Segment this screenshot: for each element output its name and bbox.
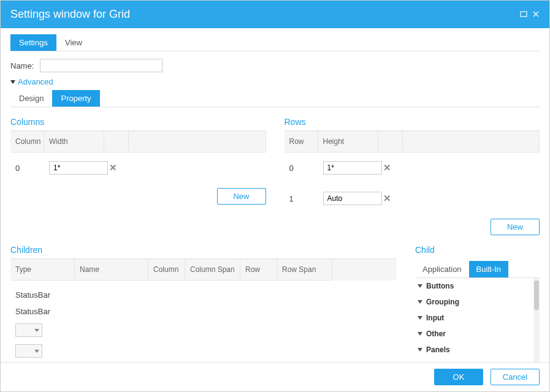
rows-row-index: 1 (285, 190, 318, 207)
child-item-input[interactable]: Input (415, 310, 540, 326)
close-icon[interactable] (532, 8, 540, 21)
ok-button[interactable]: OK (434, 369, 483, 385)
columns-rows-section: Columns Column Width 0 ✕ New (10, 115, 540, 235)
columns-header-width: Width (44, 131, 104, 153)
rows-title: Rows (285, 115, 540, 131)
svg-rect-0 (521, 12, 527, 17)
child-item-selections[interactable]: Selections (415, 358, 540, 362)
rows-panel: Rows Row Height 0 ✕ 1 ✕ (285, 115, 540, 235)
scrollbar[interactable] (533, 278, 540, 362)
rows-row: 1 ✕ (285, 183, 540, 214)
tab-application[interactable]: Application (415, 261, 469, 277)
columns-new-button[interactable]: New (217, 188, 266, 205)
children-row-column-select[interactable] (15, 323, 42, 337)
scrollbar-thumb[interactable] (534, 281, 539, 310)
rows-header: Row Height (285, 131, 540, 153)
children-row-type: StatusBar (10, 287, 75, 303)
name-input[interactable] (40, 59, 162, 72)
chevron-down-icon (418, 300, 422, 304)
children-header-column: Column (148, 259, 185, 281)
window-controls (520, 8, 540, 21)
children-header: Type Name Column Column Span Row Row Spa… (10, 259, 397, 281)
chevron-down-icon (34, 329, 39, 332)
tab-settings[interactable]: Settings (10, 34, 56, 51)
children-row: StatusBar StatusBar 1 (10, 281, 397, 362)
children-header-row: Row (240, 259, 277, 281)
columns-row-value-input[interactable] (49, 161, 108, 175)
name-row: Name: (10, 59, 540, 72)
rows-header-height: Height (318, 131, 378, 153)
tab-property[interactable]: Property (52, 90, 99, 107)
advanced-toggle[interactable]: Advanced (10, 77, 540, 86)
chevron-down-icon (418, 332, 422, 336)
columns-row: 0 ✕ (10, 153, 266, 183)
delete-row-icon[interactable]: ✕ (383, 162, 391, 173)
child-item-other[interactable]: Other (415, 326, 540, 342)
child-title: Child (415, 243, 540, 258)
children-header-colspan: Column Span (185, 259, 240, 281)
name-label: Name: (10, 61, 34, 70)
children-child-section: Children Type Name Column Column Span Ro… (10, 243, 540, 362)
children-row-colspan-select[interactable] (15, 344, 42, 358)
chevron-down-icon (418, 348, 422, 352)
chevron-down-icon (10, 80, 15, 84)
children-header-name: Name (75, 259, 148, 281)
delete-row-icon[interactable]: ✕ (383, 193, 391, 203)
child-panel: Child Application Built-In Buttons Group… (415, 243, 540, 362)
tab-builtin[interactable]: Built-In (469, 261, 508, 277)
window-body: Settings View Name: Advanced Design Prop… (1, 28, 549, 362)
top-tabs: Settings View (10, 34, 540, 51)
child-list: Buttons Grouping Input Other Panels Sele… (415, 277, 540, 362)
chevron-down-icon (34, 350, 39, 353)
child-item-panels[interactable]: Panels (415, 342, 540, 358)
delete-column-icon[interactable]: ✕ (109, 162, 117, 173)
settings-window: Settings window for Grid Settings View N… (0, 0, 550, 392)
child-item-grouping[interactable]: Grouping (415, 294, 540, 310)
children-header-type: Type (10, 259, 75, 281)
children-header-rowspan: Row Span (277, 259, 332, 281)
tab-design[interactable]: Design (10, 90, 52, 107)
advanced-label: Advanced (18, 77, 53, 86)
tab-view[interactable]: View (56, 34, 91, 51)
children-panel: Children Type Name Column Column Span Ro… (10, 243, 397, 362)
chevron-down-icon (418, 316, 422, 320)
columns-body: 0 ✕ (10, 153, 266, 183)
footer: OK Cancel (1, 362, 549, 391)
columns-row-index: 0 (10, 160, 44, 176)
maximize-icon[interactable] (520, 8, 527, 21)
child-item-buttons[interactable]: Buttons (415, 278, 540, 294)
child-tabs: Application Built-In (415, 261, 540, 277)
rows-header-row: Row (285, 131, 318, 153)
sub-tabs: Design Property (10, 90, 540, 107)
rows-body: 0 ✕ 1 ✕ (285, 153, 540, 214)
columns-panel: Columns Column Width 0 ✕ New (10, 115, 266, 235)
window-title: Settings window for Grid (10, 8, 130, 21)
titlebar: Settings window for Grid (1, 1, 549, 28)
columns-title: Columns (10, 115, 266, 131)
children-title: Children (10, 243, 397, 259)
rows-row-value-input[interactable] (323, 192, 382, 205)
rows-new-button[interactable]: New (491, 219, 540, 235)
columns-header: Column Width (10, 131, 266, 153)
rows-row-value-input[interactable] (323, 161, 382, 175)
columns-header-column: Column (10, 131, 44, 153)
cancel-button[interactable]: Cancel (491, 369, 540, 385)
rows-row-index: 0 (285, 160, 318, 176)
chevron-down-icon (418, 284, 422, 288)
children-row-name: StatusBar (10, 303, 84, 320)
rows-row: 0 ✕ (285, 153, 540, 183)
